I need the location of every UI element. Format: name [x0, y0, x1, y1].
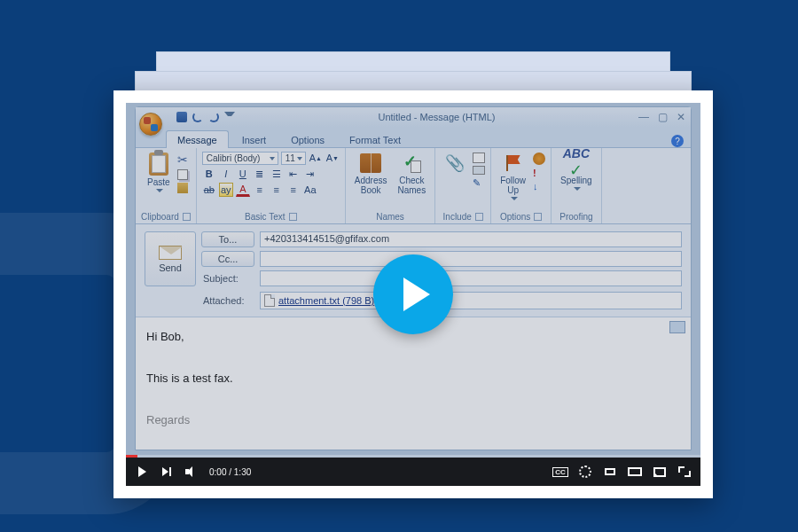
attach-file-button[interactable]: 📎 [441, 151, 469, 176]
numbering-icon[interactable]: ☰ [270, 167, 284, 181]
underline-button[interactable]: U [236, 167, 250, 181]
ruler-toggle-icon[interactable] [669, 321, 685, 333]
redo-icon[interactable] [208, 112, 219, 122]
cast-icon [653, 467, 666, 477]
theater-button[interactable] [628, 465, 642, 479]
group-basic-text: Calibri (Body) 11 A▲ A▼ B I U ≣ [197, 148, 346, 223]
office-orb-button[interactable] [139, 113, 162, 136]
permission-icon[interactable] [533, 153, 545, 165]
qat-more-icon[interactable] [224, 112, 235, 122]
highlight-icon[interactable]: ay [219, 183, 233, 197]
format-painter-icon[interactable] [177, 183, 188, 193]
send-button[interactable]: Send [145, 231, 196, 286]
chevron-down-icon [574, 187, 581, 191]
business-card-icon[interactable] [473, 166, 485, 175]
group-proofing: ABC ✓ Spelling Proofing [552, 148, 602, 223]
clear-format-icon[interactable]: Aa [303, 183, 317, 197]
group-label-include: Include [443, 212, 472, 222]
check-names-button[interactable]: Check Names [395, 151, 430, 197]
group-label-names: Names [376, 212, 404, 222]
tab-options[interactable]: Options [279, 130, 336, 148]
to-button[interactable]: To... [201, 231, 254, 247]
close-button[interactable]: ✕ [677, 111, 685, 123]
window-buttons: — ▢ ✕ [638, 111, 685, 123]
font-combo[interactable]: Calibri (Body) [202, 152, 278, 165]
volume-icon [185, 466, 198, 477]
video-thumbnail[interactable]: Untitled - Message (HTML) — ▢ ✕ Message … [126, 103, 700, 486]
spelling-button[interactable]: ABC ✓ Spelling [557, 151, 596, 192]
fullscreen-icon [678, 466, 691, 477]
group-label-proofing: Proofing [559, 212, 592, 222]
captions-button[interactable]: CC [553, 465, 567, 479]
gear-icon [579, 466, 591, 478]
font-color-icon[interactable]: A [236, 183, 250, 197]
cc-field[interactable] [260, 251, 682, 267]
shrink-font-icon[interactable]: A▼ [325, 151, 340, 165]
bullets-icon[interactable]: ≣ [253, 167, 267, 181]
envelope-icon [159, 246, 182, 260]
cut-icon[interactable]: ✂ [177, 153, 188, 167]
group-include: 📎 ✎ Include [435, 148, 491, 223]
next-button[interactable] [160, 465, 174, 479]
paste-button[interactable]: Paste [144, 151, 174, 194]
tab-format-text[interactable]: Format Text [338, 130, 412, 148]
dialog-launcher-icon[interactable] [289, 213, 297, 221]
to-field[interactable]: +420313414515@gfifax.com [260, 231, 682, 247]
minimize-button[interactable]: — [638, 111, 649, 123]
dialog-launcher-icon[interactable] [183, 213, 191, 221]
high-importance-icon[interactable]: ! [533, 168, 545, 178]
italic-button[interactable]: I [219, 167, 233, 181]
fullscreen-button[interactable] [677, 465, 692, 479]
undo-icon[interactable] [192, 112, 203, 122]
progress-bar[interactable] [126, 455, 700, 458]
group-label-options: Options [500, 212, 530, 222]
group-label-clipboard: Clipboard [141, 212, 179, 222]
volume-button[interactable] [184, 465, 199, 479]
address-book-button[interactable]: Address Book [351, 151, 391, 197]
play-icon [138, 466, 146, 477]
attachment-box[interactable]: attachment.txt (798 B) [260, 292, 682, 309]
indent-icon[interactable]: ⇥ [303, 167, 317, 181]
font-size-combo[interactable]: 11 [281, 152, 306, 165]
group-label-basictext: Basic Text [245, 212, 285, 222]
align-right-icon[interactable]: ≡ [286, 183, 301, 197]
bold-button[interactable]: B [202, 167, 216, 181]
low-importance-icon[interactable]: ↓ [533, 181, 545, 192]
theater-icon [628, 467, 642, 476]
strike-button[interactable]: ab [202, 183, 216, 197]
align-center-icon[interactable]: ≡ [270, 183, 284, 197]
cc-icon: CC [552, 467, 568, 477]
body-line: Regards [146, 410, 680, 430]
miniplayer-button[interactable] [603, 465, 617, 479]
ribbon: Paste ✂ Clipboard [136, 148, 691, 224]
signature-icon[interactable]: ✎ [473, 177, 485, 189]
group-options: Follow Up ! ↓ Options [491, 148, 552, 223]
group-clipboard: Paste ✂ Clipboard [136, 148, 197, 223]
cast-button[interactable] [653, 465, 667, 479]
help-icon[interactable]: ? [671, 135, 684, 147]
dialog-launcher-icon[interactable] [534, 213, 542, 221]
dialog-launcher-icon[interactable] [475, 213, 483, 221]
grow-font-icon[interactable]: A▲ [309, 151, 323, 165]
outdent-icon[interactable]: ⇤ [286, 167, 301, 181]
play-button[interactable] [135, 465, 149, 479]
flag-icon [505, 155, 522, 171]
attach-item-icon[interactable] [473, 153, 485, 163]
subject-field[interactable] [260, 270, 682, 286]
tab-message[interactable]: Message [166, 130, 229, 148]
align-left-icon[interactable]: ≡ [253, 183, 267, 197]
attachment-name: attachment.txt (798 B) [278, 295, 374, 306]
cc-button[interactable]: Cc... [201, 251, 254, 267]
subject-label: Subject: [201, 273, 254, 284]
maximize-button[interactable]: ▢ [658, 111, 668, 123]
tab-insert[interactable]: Insert [231, 130, 278, 148]
play-overlay-button[interactable] [373, 254, 453, 334]
titlebar: Untitled - Message (HTML) — ▢ ✕ [136, 107, 691, 127]
copy-icon[interactable] [177, 169, 188, 180]
settings-button[interactable] [578, 465, 592, 479]
save-icon[interactable] [176, 112, 187, 122]
send-label: Send [159, 262, 182, 273]
message-body[interactable]: Hi Bob, This is a test fax. Regards [136, 317, 691, 450]
chevron-down-icon [156, 189, 163, 192]
follow-up-button[interactable]: Follow Up [497, 151, 529, 202]
